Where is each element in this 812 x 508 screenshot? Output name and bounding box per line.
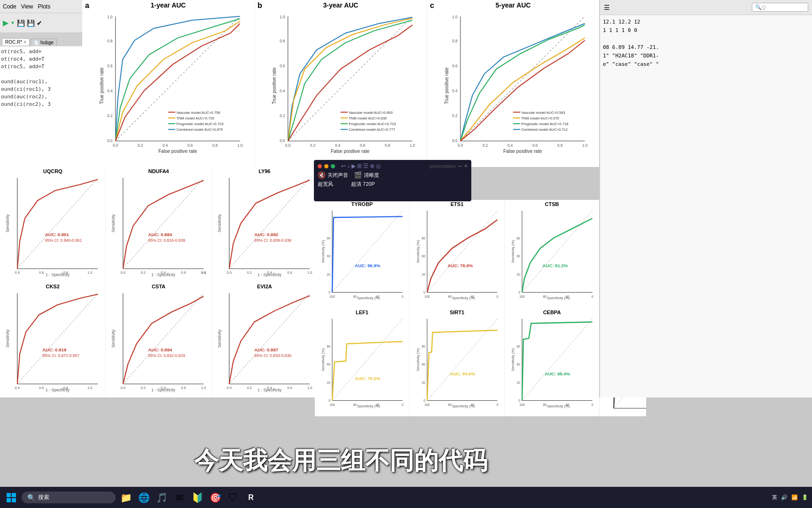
taskbar-app2[interactable]: 🎯 <box>208 490 223 505</box>
svg-line-176 <box>522 211 593 293</box>
menu-plots[interactable]: Plots <box>38 3 50 10</box>
check-icon[interactable]: ✔ <box>37 19 42 27</box>
svg-text:0: 0 <box>518 399 520 402</box>
svg-text:0.2: 0.2 <box>280 114 285 118</box>
svg-text:0.0: 0.0 <box>121 270 125 275</box>
svg-text:80: 80 <box>448 295 452 298</box>
hamburger-icon[interactable]: ☰ <box>604 4 610 11</box>
svg-text:0: 0 <box>497 403 499 406</box>
video-minimize[interactable]: ─ <box>458 163 462 169</box>
svg-line-148 <box>332 211 403 293</box>
svg-line-124 <box>123 293 203 384</box>
video-icon-4: ⊞ <box>357 163 362 169</box>
taskbar-r[interactable]: R <box>243 490 258 505</box>
ly96-title: LY96 <box>212 167 317 174</box>
svg-text:20: 20 <box>422 273 426 276</box>
svg-text:95% CI: 0.832-0.929: 95% CI: 0.832-0.929 <box>148 353 186 358</box>
svg-text:AUC: 98.4%: AUC: 98.4% <box>545 371 570 376</box>
svg-text:0.4: 0.4 <box>15 386 20 390</box>
svg-text:0.8: 0.8 <box>63 270 68 275</box>
svg-text:20: 20 <box>517 381 521 384</box>
video-overlay[interactable]: ↩ ♪ ▶ ⊞ ☰ ⊕ ◎ presentation ─ × 🔇 关闭声音 🎬 … <box>314 160 471 201</box>
svg-text:100: 100 <box>329 295 335 298</box>
svg-text:60: 60 <box>422 254 426 258</box>
chart-c-title: 5-year AUC <box>496 1 531 9</box>
svg-text:0: 0 <box>592 295 593 298</box>
svg-rect-236 <box>7 493 11 497</box>
svg-text:0.4: 0.4 <box>508 143 513 148</box>
menu-view[interactable]: View <box>21 3 33 10</box>
svg-text:0.2: 0.2 <box>247 386 251 390</box>
taskbar-app1[interactable]: 🔰 <box>190 490 205 505</box>
roc-tab[interactable]: ROC.R* × <box>2 38 30 46</box>
menu-code[interactable]: Code <box>3 3 16 10</box>
code-line-4 <box>1 71 81 78</box>
svg-text:0.6: 0.6 <box>107 64 113 68</box>
svg-text:Combined model AUC=0.875: Combined model AUC=0.875 <box>176 127 223 132</box>
svg-text:0.8: 0.8 <box>385 143 390 148</box>
right-panel-search[interactable]: 🔍 Q <box>752 3 808 12</box>
video-clarity[interactable]: 🎬 清晰度 <box>354 171 379 179</box>
svg-text:0.4: 0.4 <box>15 270 20 275</box>
svg-text:1.0: 1.0 <box>307 270 312 275</box>
taskbar-folder[interactable]: 📁 <box>118 490 133 505</box>
hubge-tab[interactable]: 📄 hubge <box>31 39 57 46</box>
svg-text:80: 80 <box>422 345 426 348</box>
taskbar-mail[interactable]: ✉ <box>172 490 187 505</box>
chart-b-label: b <box>258 1 262 10</box>
svg-text:40: 40 <box>566 295 570 298</box>
windows-icon[interactable] <box>4 490 19 505</box>
video-max-dot[interactable] <box>331 164 335 168</box>
save-icon[interactable]: 💾 <box>17 19 25 27</box>
arrow-down-icon[interactable]: ▼ <box>10 20 15 25</box>
ets1-svg: Specificity (%) Sensitivity (%) AUC: 76.… <box>414 208 504 304</box>
svg-text:Vascular model AUC=0.756: Vascular model AUC=0.756 <box>176 111 220 115</box>
video-close-dot[interactable] <box>318 164 322 168</box>
svg-text:0.4: 0.4 <box>161 386 166 390</box>
chart-b-title: 3-year AUC <box>323 1 359 9</box>
taskbar: 🔍 搜索 📁 🌐 🎵 ✉ 🔰 🎯 🛡 R 英 🔊 📶 🔋 <box>0 487 812 508</box>
svg-text:0.0: 0.0 <box>452 139 458 143</box>
small-roc-row1: UQCRQ 1 - Specificity Sensitivity AUC: 0… <box>0 167 317 282</box>
ctsb-svg: Specificity (%) Sensitivity (%) AUC: 81.… <box>508 208 599 304</box>
svg-text:False positive rate: False positive rate <box>503 149 542 154</box>
taskbar-search-box[interactable]: 🔍 搜索 <box>22 492 116 503</box>
video-close[interactable]: × <box>464 163 468 169</box>
svg-text:AUC: 0.887: AUC: 0.887 <box>254 347 278 352</box>
chart-a-title: 1-year AUC <box>151 1 186 9</box>
taskbar-right-area: 英 🔊 📶 🔋 <box>772 494 808 501</box>
svg-text:0.6: 0.6 <box>287 270 292 275</box>
taskbar-battery-icon: 🔋 <box>802 494 808 500</box>
roc-tab-close[interactable]: × <box>23 40 26 45</box>
video-min-dot[interactable] <box>324 164 328 168</box>
video-sound[interactable]: 🔇 关闭声音 <box>318 171 348 179</box>
csta-title: CSTA <box>106 282 211 289</box>
top-roc-charts: a 1-year AUC False positive rate True po… <box>82 0 599 167</box>
toolbar: ▶ ▼ 💾 💾 ✔ <box>0 13 82 33</box>
small-roc-row2: CKS2 1 - Specificity Sensitivity AUC: 0.… <box>0 282 317 397</box>
video-icon-5: ☰ <box>363 163 368 169</box>
small-plot-csta: CSTA 1 - Specificity Sensitivity AUC: 0.… <box>106 282 211 397</box>
svg-text:0.4: 0.4 <box>107 89 113 93</box>
save2-icon[interactable]: 💾 <box>27 19 35 27</box>
svg-line-77 <box>17 178 98 269</box>
svg-text:AUC: 0.919: AUC: 0.919 <box>42 347 66 352</box>
svg-text:True positive rate: True positive rate <box>99 67 104 104</box>
svg-text:0.4: 0.4 <box>161 270 166 275</box>
medium-roc-row1: TYROBP Specificity (%) Sensitivity (%) A… <box>315 200 599 308</box>
ly96-svg: 1 - Specificity Sensitivity AUC: 0.892 9… <box>217 175 317 281</box>
csta-svg: 1 - Specificity Sensitivity AUC: 0.884 9… <box>110 291 211 397</box>
svg-line-136 <box>229 293 309 384</box>
run-icon[interactable]: ▶ <box>3 18 8 27</box>
svg-text:0: 0 <box>423 291 425 294</box>
code-line-5: ound(auc(roc1), <box>1 78 81 86</box>
clarity-icon: 🎬 <box>354 171 362 179</box>
taskbar-browser[interactable]: 🌐 <box>136 490 151 505</box>
svg-text:1.0: 1.0 <box>201 386 206 390</box>
taskbar-app3[interactable]: 🛡 <box>226 490 241 505</box>
taskbar-music[interactable]: 🎵 <box>154 490 169 505</box>
svg-line-221 <box>522 319 593 401</box>
ndufa4-svg: 1 - Specificity Sensitivity AUC: 0.884 9… <box>110 175 211 281</box>
small-plot-ly96: LY96 1 - Specificity Sensitivity AUC: 0.… <box>212 167 317 282</box>
svg-text:0.6: 0.6 <box>452 64 458 68</box>
